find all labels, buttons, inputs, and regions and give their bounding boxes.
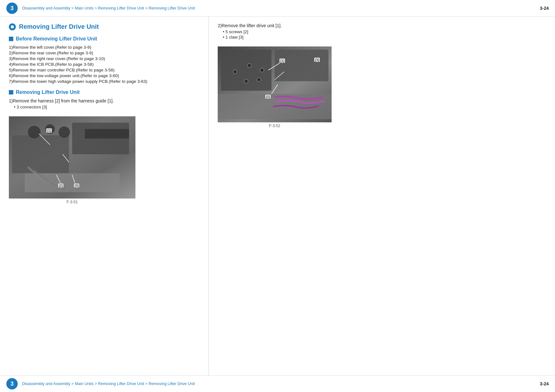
- right-column: 2)Remove the lifter drive unit [1]. 5 sc…: [209, 17, 555, 377]
- before-step-5: 5)Remove the main controller PCB.(Refer …: [9, 68, 200, 72]
- before-section-title: Before Removing Lifter Drive Unit: [16, 36, 97, 42]
- before-step-7: 7)Remove the lower high voltage power su…: [9, 79, 200, 84]
- removing-section-bar-icon: [9, 90, 13, 95]
- left-column: Removing Lifter Drive Unit Before Removi…: [0, 17, 209, 377]
- svg-point-23: [233, 70, 237, 74]
- figure-f3-51-img: [1] [2] [3]: [9, 116, 135, 199]
- step1-bullets: 3 connectors [3]: [9, 105, 200, 109]
- breadcrumb: Disassembly and Assembly > Main Units > …: [22, 6, 195, 10]
- svg-point-24: [247, 64, 251, 67]
- figure-f3-51-caption: F-3-51: [9, 200, 135, 204]
- footer-breadcrumb: Disassembly and Assembly > Main Units > …: [22, 382, 195, 386]
- before-step-3: 3)Remove the right rear cover.(Refer to …: [9, 56, 200, 61]
- removing-section-header: Removing Lifter Drive Unit: [9, 89, 200, 95]
- page-footer: 3 Disassembly and Assembly > Main Units …: [0, 375, 555, 392]
- main-title-section: Removing Lifter Drive Unit: [9, 23, 200, 30]
- footer-chapter-badge: 3: [6, 378, 18, 389]
- before-step-6: 6)Remove the low-voltage power unit.(Ref…: [9, 73, 200, 78]
- section-bar-icon: [9, 37, 13, 41]
- svg-rect-2: [12, 135, 69, 173]
- removing-section-title: Removing Lifter Drive Unit: [16, 89, 80, 95]
- svg-text:[1]: [1]: [280, 59, 284, 63]
- page-header: 3 Disassembly and Assembly > Main Units …: [0, 0, 555, 17]
- step1-bullet-1: 3 connectors [3]: [14, 105, 200, 109]
- chapter-badge: 3: [6, 3, 18, 14]
- page-number-top: 3-24: [540, 6, 549, 11]
- svg-text:[3]: [3]: [315, 58, 319, 62]
- step2-bullets: 5 screws [2] 1 claw [3]: [218, 29, 546, 40]
- svg-text:[1]: [1]: [47, 129, 51, 132]
- main-title: Removing Lifter Drive Unit: [19, 23, 99, 30]
- title-icon: [9, 23, 16, 30]
- step1-text: 1)Remove the harness [2] from the harnes…: [9, 98, 200, 103]
- svg-point-7: [59, 126, 70, 138]
- svg-point-26: [244, 79, 248, 83]
- before-steps-list: 1)Remove the left cover.(Refer to page 3…: [9, 45, 200, 84]
- step2-bullet-2: 1 claw [3]: [223, 35, 546, 40]
- svg-point-5: [28, 126, 41, 138]
- svg-rect-8: [85, 129, 129, 138]
- svg-text:[2]: [2]: [59, 184, 63, 187]
- step2-bullet-1: 5 screws [2]: [223, 29, 546, 34]
- svg-text:[3]: [3]: [75, 184, 78, 187]
- svg-point-25: [260, 68, 264, 72]
- figure-f3-51: [1] [2] [3] F-3-51: [9, 116, 135, 207]
- before-section-header: Before Removing Lifter Drive Unit: [9, 36, 200, 42]
- main-content: Removing Lifter Drive Unit Before Removi…: [0, 17, 555, 377]
- before-step-1: 1)Remove the left cover.(Refer to page 3…: [9, 45, 200, 50]
- figure-f3-52-caption: F-3-52: [218, 124, 332, 128]
- footer-page-number: 3-24: [540, 381, 549, 386]
- step2-text: 2)Remove the lifter drive unit [1].: [218, 23, 546, 28]
- figure-f3-52: [1] [2] [3] F-3-52: [218, 46, 332, 131]
- before-step-4: 4)Remove the ICB PCB.(Refer to page 3-58…: [9, 62, 200, 67]
- figure-f3-52-img: [1] [2] [3]: [218, 46, 332, 122]
- svg-text:[2]: [2]: [266, 95, 270, 99]
- before-step-2: 2)Remove the rear cover.(Refer to page 3…: [9, 51, 200, 55]
- svg-rect-21: [275, 50, 328, 81]
- svg-point-27: [257, 78, 261, 82]
